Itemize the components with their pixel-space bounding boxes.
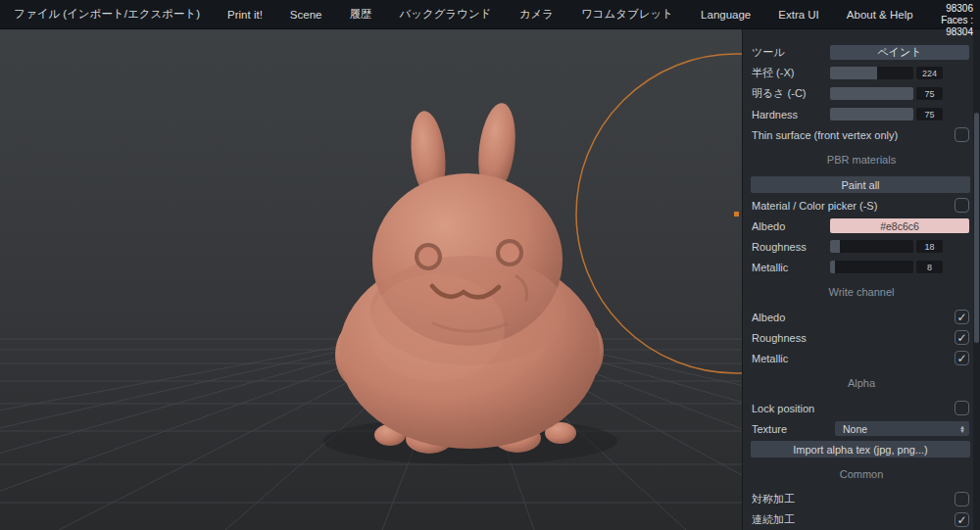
hardness-row: Hardness 75 xyxy=(743,104,980,124)
import-alpha-button[interactable]: Import alpha tex (jpg, png...) xyxy=(751,441,970,458)
intensity-row: 明るさ (-C) 75 xyxy=(743,83,980,104)
write-roughness-label: Roughness xyxy=(752,332,955,344)
write-roughness-checkbox[interactable] xyxy=(955,330,969,345)
menu-item-history[interactable]: 履歴 xyxy=(335,0,385,29)
import-alpha-row: Import alpha tex (jpg, png...) xyxy=(743,439,980,459)
radius-value: 224 xyxy=(916,67,943,79)
hardness-label: Hardness xyxy=(752,109,830,120)
lock-position-row: Lock position xyxy=(743,398,980,418)
metallic-value: 8 xyxy=(916,261,943,273)
radius-row: 半径 (-X) 224 xyxy=(743,63,980,83)
mesh-stats: Vertex : 98306 Faces : 98304 xyxy=(927,0,980,38)
intensity-value: 75 xyxy=(916,87,943,100)
vertex-count: Vertex : 98306 xyxy=(927,0,973,15)
hardness-slider[interactable] xyxy=(830,108,913,120)
write-metallic-label: Metallic xyxy=(752,353,955,364)
paint-all-button[interactable]: Paint all xyxy=(751,176,970,193)
menubar: ファイル (インポート/エクスポート) Print it! Scene 履歴 バ… xyxy=(0,0,980,29)
tool-select-value: ペイント xyxy=(877,45,921,60)
roughness-value: 18 xyxy=(916,240,943,253)
menu-item-extra-ui[interactable]: Extra UI xyxy=(764,0,833,29)
thin-surface-row: Thin surface (front vertex only) xyxy=(743,124,980,145)
panel-scrollbar xyxy=(973,29,980,530)
symmetry-checkbox[interactable] xyxy=(955,492,969,506)
radius-label: 半径 (-X) xyxy=(752,66,830,80)
menu-item-wacom-tablet[interactable]: ワコムタブレット xyxy=(567,0,687,29)
menu-item-background[interactable]: バックグラウンド xyxy=(385,0,505,29)
color-picker-label: Material / Color picker (-S) xyxy=(752,200,955,212)
lock-position-label: Lock position xyxy=(752,403,955,414)
intensity-slider[interactable] xyxy=(830,87,913,100)
continuous-label: 連続加工 xyxy=(752,512,955,527)
roughness-slider[interactable] xyxy=(830,240,913,253)
albedo-label: Albedo xyxy=(752,220,830,232)
symmetry-label: 対称加工 xyxy=(752,492,955,506)
texture-select[interactable]: None ▲▼ xyxy=(835,421,969,436)
roughness-row: Roughness 18 xyxy=(743,236,980,257)
faces-count: Faces : 98304 xyxy=(927,15,973,38)
select-arrows-icon: ▲▼ xyxy=(959,425,965,433)
section-pbr-materials: PBR materials xyxy=(743,145,980,174)
metallic-slider[interactable] xyxy=(830,261,913,273)
write-albedo-row: Albedo xyxy=(743,307,980,327)
section-write-channel: Write channel xyxy=(743,277,980,307)
texture-select-value: None xyxy=(843,423,959,435)
viewport-3d[interactable] xyxy=(0,29,742,530)
panel-scrollbar-thumb[interactable] xyxy=(974,113,979,343)
roughness-label: Roughness xyxy=(752,241,830,253)
hardness-value: 75 xyxy=(916,108,943,120)
viewport-canvas xyxy=(0,29,742,530)
symmetry-row: 対称加工 xyxy=(743,489,980,509)
texture-row: Texture None ▲▼ xyxy=(743,418,980,439)
paint-all-row: Paint all xyxy=(743,174,980,195)
menu-item-file[interactable]: ファイル (インポート/エクスポート) xyxy=(0,0,214,29)
menu-item-scene[interactable]: Scene xyxy=(276,0,336,29)
write-albedo-label: Albedo xyxy=(752,312,955,323)
menu-item-print[interactable]: Print it! xyxy=(214,0,276,29)
write-albedo-checkbox[interactable] xyxy=(955,310,969,324)
tool-panel: ツール ペイント 半径 (-X) 224 明るさ (-C) 75 Hardnes… xyxy=(742,29,980,530)
intensity-label: 明るさ (-C) xyxy=(752,86,830,101)
tool-row: ツール ペイント xyxy=(743,42,980,63)
texture-label: Texture xyxy=(752,423,835,435)
albedo-color-swatch[interactable]: #e8c6c6 xyxy=(830,218,969,233)
write-roughness-row: Roughness xyxy=(743,327,980,348)
albedo-hex-value: #e8c6c6 xyxy=(880,220,919,232)
tool-label: ツール xyxy=(752,45,830,60)
albedo-row: Albedo #e8c6c6 xyxy=(743,216,980,236)
metallic-label: Metallic xyxy=(752,262,830,273)
bunny-eye-right xyxy=(498,241,521,265)
menu-item-camera[interactable]: カメラ xyxy=(506,0,567,29)
section-common: Common xyxy=(743,459,980,489)
lock-position-checkbox[interactable] xyxy=(955,401,969,415)
brush-center-dot xyxy=(734,212,739,217)
radius-slider[interactable] xyxy=(830,67,913,79)
color-picker-row: Material / Color picker (-S) xyxy=(743,195,980,216)
thin-surface-checkbox[interactable] xyxy=(955,127,969,142)
write-metallic-checkbox[interactable] xyxy=(955,351,969,365)
tool-select[interactable]: ペイント xyxy=(830,45,969,60)
section-alpha: Alpha xyxy=(743,368,980,398)
continuous-row: 連続加工 xyxy=(743,509,980,530)
menu-item-language[interactable]: Language xyxy=(687,0,764,29)
continuous-checkbox[interactable] xyxy=(955,512,969,527)
metallic-row: Metallic 8 xyxy=(743,257,980,277)
color-picker-checkbox[interactable] xyxy=(955,198,969,213)
thin-surface-label: Thin surface (front vertex only) xyxy=(752,129,955,141)
write-metallic-row: Metallic xyxy=(743,348,980,368)
bunny-eye-left xyxy=(416,245,440,268)
menu-item-about-help[interactable]: About & Help xyxy=(833,0,927,29)
